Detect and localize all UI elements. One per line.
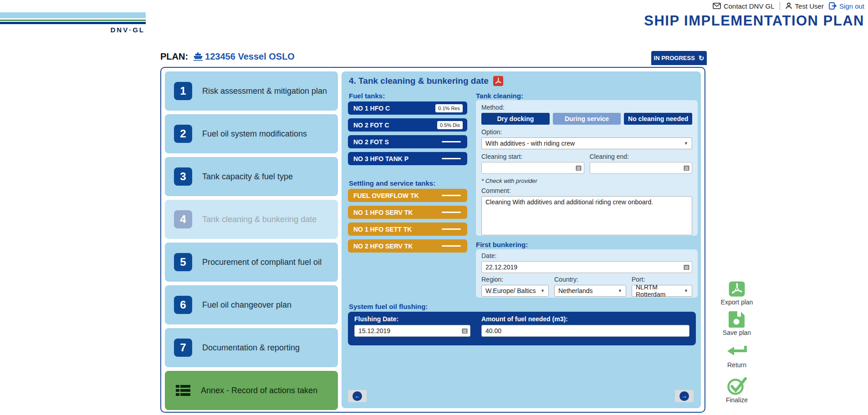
method-button-no-cleaning-needed[interactable]: No cleaning needed (624, 113, 692, 125)
sidebar-item-label: Risk assessment & mitigation plan (202, 86, 327, 96)
step-number-badge: 5 (174, 253, 192, 271)
country-selected-value: Netherlands (558, 287, 593, 294)
sidebar-item-changeover-plan[interactable]: 6 Fuel oil changeover plan (165, 285, 338, 324)
fuel-amount-label: Amount of fuel needed (m3): (481, 315, 689, 323)
section-title: 4. Tank cleaning & bunkering date (349, 76, 489, 86)
arrow-right-icon: → (679, 391, 689, 401)
action-rail: Export plan Save plan Return Finalize (719, 280, 755, 409)
port-selected-value: NLRTM Rotterdam (636, 283, 684, 298)
save-icon (728, 311, 746, 328)
option-label: Option: (481, 128, 692, 136)
action-label: Export plan (721, 299, 753, 306)
tank-row[interactable]: FUEL OVERFLOW TK (348, 189, 467, 202)
option-selected-value: With additives - with riding crew (485, 140, 575, 147)
flushing-date-label: Flushing Date: (354, 315, 470, 323)
logo-green-bar (0, 20, 146, 21)
tank-dash (442, 228, 461, 230)
sidebar-item-procurement[interactable]: 5 Procurement of compliant fuel oil (165, 243, 338, 282)
method-button-dry-docking[interactable]: Dry docking (481, 113, 550, 125)
save-plan-button[interactable]: Save plan (723, 311, 751, 336)
vessel-link[interactable]: 123456 Vessel OSLO (193, 51, 295, 62)
dnv-gl-logo: DNV·GL (0, 12, 146, 34)
flushing-label: System fuel oil flushing: (349, 303, 428, 310)
flushing-date-input[interactable] (354, 325, 470, 337)
tank-row[interactable]: NO 1 HFO SERV TK (348, 206, 467, 219)
tank-name: FUEL OVERFLOW TK (353, 192, 419, 199)
calendar-icon[interactable] (576, 165, 582, 171)
sidebar-item-risk-assessment[interactable]: 1 Risk assessment & mitigation plan (165, 71, 338, 111)
return-button[interactable]: Return (726, 345, 747, 369)
sidebar-item-tank-capacity[interactable]: 3 Tank capacity & fuel type (165, 157, 338, 196)
tank-row[interactable]: NO 1 HFO SETT TK (348, 223, 467, 236)
sidebar-item-tank-cleaning[interactable]: 4 Tank cleaning & bunkering date (165, 200, 338, 239)
tank-sulphur-badge: 0.1% Res (435, 104, 463, 112)
provider-note: * Check with provider (481, 177, 692, 184)
logo-text: DNV·GL (0, 26, 146, 34)
tank-row[interactable]: NO 2 FOT C 0.5% Dis (348, 118, 467, 132)
tank-dash (442, 195, 461, 196)
country-label: Country: (554, 276, 626, 283)
method-label: Method: (481, 104, 692, 111)
country-select[interactable]: Netherlands ▼ (554, 285, 626, 297)
flushing-panel: Flushing Date: Amount of fuel needed (m3… (348, 312, 696, 345)
contact-link[interactable]: Contact DNV GL (713, 2, 775, 10)
calendar-icon[interactable] (462, 328, 468, 334)
cleaning-end-input[interactable] (590, 162, 693, 174)
status-badge[interactable]: IN PROGRESS ↻ (651, 51, 707, 65)
tank-name: NO 1 HFO SERV TK (353, 209, 413, 216)
date-label: Date: (481, 252, 692, 259)
method-button-during-service[interactable]: During service (553, 113, 621, 125)
prev-step-button[interactable]: ← (348, 390, 367, 402)
bunkering-date-input[interactable] (481, 261, 692, 273)
action-label: Finalize (726, 396, 748, 404)
cleaning-start-label: Cleaning start: (481, 153, 584, 160)
user-menu[interactable]: Test User (785, 2, 824, 10)
sidebar-item-label: Fuel oil changeover plan (202, 300, 291, 310)
vessel-name: 123456 Vessel OSLO (205, 51, 295, 62)
header-links: Contact DNV GL Test User Sign out (713, 2, 864, 10)
tank-dash (442, 158, 461, 159)
sidebar-item-label: Fuel oil system modifications (202, 129, 307, 139)
sidebar-item-annex[interactable]: Annex - Record of actions taken (165, 371, 338, 410)
check-circle-icon (726, 376, 747, 395)
signout-link[interactable]: Sign out (829, 2, 864, 10)
signout-label: Sign out (839, 2, 864, 10)
sidebar-item-documentation[interactable]: 7 Documentation & reporting (165, 328, 338, 367)
page-title: SHIP IMPLEMENTATION PLAN (644, 13, 864, 29)
tank-cleaning-label: Tank cleaning: (476, 92, 523, 100)
tank-dash (442, 212, 461, 213)
status-text: IN PROGRESS (654, 55, 695, 61)
sidebar-item-label: Tank capacity & fuel type (202, 172, 293, 182)
tank-sulphur-badge: 0.5% Dis (437, 121, 463, 129)
tank-name: NO 1 HFO C (353, 105, 390, 112)
refresh-icon: ↻ (699, 54, 705, 62)
sidebar: 1 Risk assessment & mitigation plan 2 Fu… (165, 71, 338, 410)
bunkering-location-row: Region: W.Europe/ Baltics ▼ Country: Net… (481, 276, 692, 297)
return-arrow-icon (726, 345, 747, 359)
signout-icon (829, 2, 837, 10)
calendar-icon[interactable] (684, 264, 689, 270)
sidebar-item-fuel-oil-modifications[interactable]: 2 Fuel oil system modifications (165, 114, 338, 153)
port-select[interactable]: NLRTM Rotterdam ▼ (632, 285, 692, 297)
tank-row[interactable]: NO 3 HFO TANK P (348, 152, 467, 165)
envelope-icon (713, 3, 721, 9)
fuel-amount-input[interactable] (481, 325, 689, 337)
tank-row[interactable]: NO 2 HFO SERV TK (348, 239, 467, 253)
sidebar-item-label: Documentation & reporting (202, 343, 300, 353)
cleaning-dates-row: Cleaning start: Cleaning end: (481, 153, 692, 174)
section-title-row: 4. Tank cleaning & bunkering date (349, 76, 503, 86)
finalize-button[interactable]: Finalize (726, 376, 748, 404)
sidebar-item-label: Procurement of compliant fuel oil (202, 258, 322, 267)
user-label: Test User (795, 2, 824, 10)
tank-row[interactable]: NO 1 HFO C 0.1% Res (348, 101, 467, 115)
region-select[interactable]: W.Europe/ Baltics ▼ (481, 285, 549, 297)
next-step-button[interactable]: → (675, 390, 694, 402)
step-number-badge: 4 (174, 210, 192, 228)
option-select[interactable]: With additives - with riding crew ▼ (481, 137, 692, 149)
pdf-icon[interactable] (493, 76, 503, 86)
tank-row[interactable]: NO 2 FOT S (348, 135, 467, 148)
cleaning-start-input[interactable] (481, 162, 584, 174)
calendar-icon[interactable] (684, 165, 689, 171)
export-plan-button[interactable]: Export plan (721, 280, 753, 306)
comment-textarea[interactable]: Cleaning With additives and additional r… (481, 196, 692, 235)
